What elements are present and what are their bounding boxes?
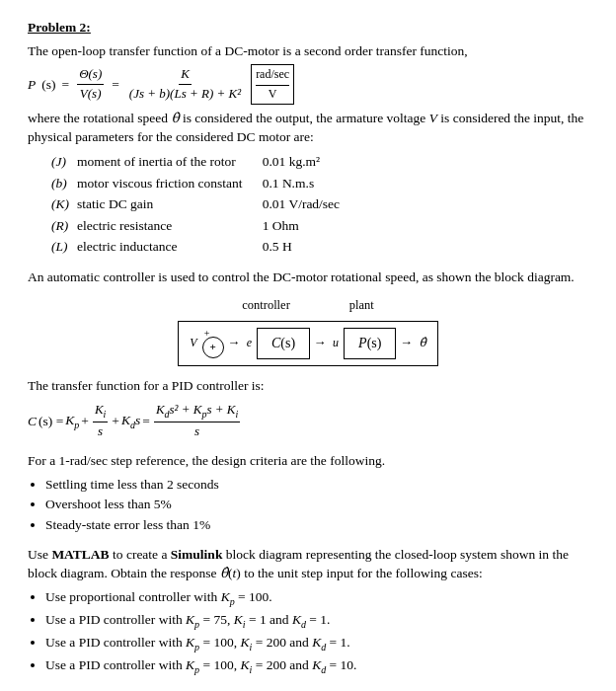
matlab-section: Use MATLAB to create a Simulink block di… <box>28 545 588 583</box>
param-row-K: (K) static DC gain 0.01 V/rad/sec <box>47 193 344 215</box>
unit-box: rad/secV <box>251 64 294 105</box>
case-1: Use proportional controller with Kp = 10… <box>45 587 588 609</box>
case-4: Use a PID controller with Kp = 100, Ki =… <box>45 655 588 677</box>
matlab-label: MATLAB <box>51 547 109 562</box>
bd-v-signal: V <box>187 335 199 351</box>
param-row-L: (L) electric inductance 0.5 H <box>47 236 344 258</box>
controller-box: C(s) <box>257 328 310 359</box>
bd-u-signal: u <box>330 335 342 351</box>
discuss-text: Then discuss the effect of the controlle… <box>28 687 588 691</box>
case-3: Use a PID controller with Kp = 100, Ki =… <box>45 633 588 654</box>
where-text: where the rotational speed θ̇ is conside… <box>28 109 588 147</box>
controller-label: controller <box>242 296 290 314</box>
equals1: = <box>62 75 70 95</box>
param-row-R: (R) electric resistance 1 Ohm <box>47 215 344 237</box>
param-row-J: (J) moment of inertia of the rotor 0.01 … <box>47 151 344 173</box>
criteria-intro: For a 1-rad/sec step reference, the desi… <box>28 451 588 471</box>
pid-intro: The transfer function for a PID controll… <box>28 376 588 396</box>
pid-combined-frac: Kds² + Kps + Ki s <box>154 401 240 441</box>
plant-label: plant <box>349 296 374 314</box>
intro-text: The open-loop transfer function of a DC-… <box>28 41 588 61</box>
criteria-list: Settling time less than 2 seconds Oversh… <box>45 475 588 535</box>
bd-theta-output: θ̂ <box>416 335 428 351</box>
criteria-item-3: Steady-state error less than 1% <box>45 515 588 535</box>
simulink-label: Simulink <box>171 547 223 562</box>
cases-list: Use proportional controller with Kp = 10… <box>45 587 588 678</box>
theta-v-fraction: Θ(s) V(s) <box>77 65 104 104</box>
auto-ctrl-text: An automatic controller is used to contr… <box>28 268 588 287</box>
problem-title: Problem 2: <box>28 18 588 38</box>
k-fraction: K (Js + b)(Ls + R) + K² <box>127 65 243 104</box>
ki-frac: Ki s <box>93 401 108 441</box>
arrow-to-plant: → <box>310 334 330 352</box>
bd-outer-box: V + + → e C(s) → u P(s) → <box>178 321 437 366</box>
ps-label: P <box>28 75 36 95</box>
criteria-item-1: Settling time less than 2 seconds <box>45 475 588 495</box>
problem-container: Problem 2: The open-loop transfer functi… <box>28 18 588 691</box>
arrow-to-controller: → <box>224 334 244 352</box>
criteria-item-2: Overshoot less than 5% <box>45 495 588 514</box>
block-diagram: controller plant V + + → e C(s) → u <box>28 296 588 365</box>
transfer-function-formula: P(s) = Θ(s) V(s) = K (Js + b)(Ls + R) + … <box>28 64 588 105</box>
params-table: (J) moment of inertia of the rotor 0.01 … <box>47 151 588 258</box>
case-2: Use a PID controller with Kp = 75, Ki = … <box>45 610 588 632</box>
param-row-b: (b) motor viscous friction constant 0.1 … <box>47 173 344 194</box>
equals2: = <box>112 75 119 95</box>
summing-junction: + <box>202 337 224 358</box>
plant-box: P(s) <box>344 328 396 359</box>
arrow-output: → <box>396 334 416 352</box>
bd-e-signal: e <box>244 335 255 351</box>
pid-formula: C(s) = Kp + Ki s + Kds = Kds² + Kps + Ki… <box>28 401 588 441</box>
